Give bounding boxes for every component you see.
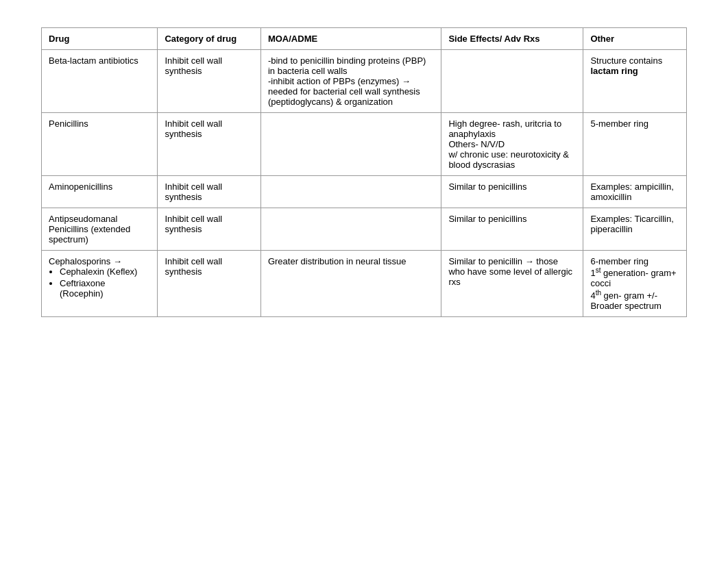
cell-other-antipseudomanal: Examples: Ticarcillin, piperacillin (583, 208, 687, 251)
table-row: Penicillins Inhibit cell wall synthesis … (42, 113, 687, 176)
side-ceph-arrow (522, 256, 534, 266)
side-ceph-text: Similar to penicillin those who have som… (448, 256, 572, 287)
drug-list: Cephalexin (Keflex) Ceftriaxone (Rocephi… (49, 266, 150, 299)
cell-drug-aminopenicillins: Aminopenicillins (42, 176, 158, 208)
other-ceph-line1: 6-member ring (590, 256, 648, 266)
header-category: Category of drug (158, 28, 261, 50)
side-text-3: w/ chronic use: neurotoxicity & blood dy… (448, 149, 569, 170)
superscript-st: st (596, 266, 601, 274)
cell-side-aminopenicillins: Similar to penicillins (441, 176, 583, 208)
cell-category-aminopenicillins: Inhibit cell wall synthesis (158, 176, 261, 208)
moa-text-2: -inhibit action of PBPs (enzymes) needed… (268, 76, 420, 107)
cell-moa-beta-lactam: -bind to penicillin binding proteins (PB… (260, 50, 441, 113)
cell-side-beta-lactam (441, 50, 583, 113)
other-text-bold: lactam ring (590, 66, 638, 76)
side-text-2: Others- N/V/D (448, 139, 505, 149)
list-item: Ceftriaxone (Rocephin) (60, 278, 150, 299)
cell-drug-penicillins: Penicillins (42, 113, 158, 176)
table-header-row: Drug Category of drug MOA/ADME Side Effe… (42, 28, 687, 50)
cell-drug-beta-lactam: Beta-lactam antibiotics (42, 50, 158, 113)
cell-other-aminopenicillins: Examples: ampicillin, amoxicillin (583, 176, 687, 208)
cell-side-penicillins: High degree- rash, uritcria to anaphylax… (441, 113, 583, 176)
cell-moa-antipseudomanal (260, 208, 441, 251)
cell-other-penicillins: 5-member ring (583, 113, 687, 176)
drug-prefix: Cephalosporins (49, 256, 110, 266)
cell-other-beta-lactam: Structure contains lactam ring (583, 50, 687, 113)
header-side-effects: Side Effects/ Adv Rxs (441, 28, 583, 50)
cell-category-beta-lactam: Inhibit cell wall synthesis (158, 50, 261, 113)
cell-drug-cephalosporins: Cephalosporins Cephalexin (Keflex) Ceftr… (42, 251, 158, 317)
cell-moa-cephalosporins: Greater distribution in neural tissue (260, 251, 441, 317)
other-text-prefix: Structure contains (590, 55, 662, 66)
page-wrapper: Drug Category of drug MOA/ADME Side Effe… (0, 0, 728, 345)
drug-table: Drug Category of drug MOA/ADME Side Effe… (41, 27, 687, 317)
side-text-1: High degree- rash, uritcria to anaphylax… (448, 118, 561, 139)
cell-category-cephalosporins: Inhibit cell wall synthesis (158, 251, 261, 317)
header-moa: MOA/ADME (260, 28, 441, 50)
arrow-icon (399, 76, 411, 86)
cell-category-antipseudomanal: Inhibit cell wall synthesis (158, 208, 261, 251)
other-ceph-line2: 1st generation- gram+ cocci (590, 268, 676, 288)
header-other: Other (583, 28, 687, 50)
table-row: Aminopenicillins Inhibit cell wall synth… (42, 176, 687, 208)
ceph-arrow-icon (110, 256, 122, 266)
cell-moa-aminopenicillins (260, 176, 441, 208)
other-ceph-line3: 4th gen- gram +/- Broader spectrum (590, 290, 661, 311)
header-drug: Drug (42, 28, 158, 50)
cell-side-antipseudomanal: Similar to penicillins (441, 208, 583, 251)
moa-text-1: -bind to penicillin binding proteins (PB… (268, 55, 426, 76)
superscript-th: th (596, 288, 601, 296)
table-row: Cephalosporins Cephalexin (Keflex) Ceftr… (42, 251, 687, 317)
cell-drug-antipseudomanal: Antipseudomanal Penicillins (extended sp… (42, 208, 158, 251)
cell-category-penicillins: Inhibit cell wall synthesis (158, 113, 261, 176)
table-row: Beta-lactam antibiotics Inhibit cell wal… (42, 50, 687, 113)
cell-other-cephalosporins: 6-member ring 1st generation- gram+ cocc… (583, 251, 687, 317)
list-item: Cephalexin (Keflex) (60, 266, 150, 277)
cell-side-cephalosporins: Similar to penicillin those who have som… (441, 251, 583, 317)
table-row: Antipseudomanal Penicillins (extended sp… (42, 208, 687, 251)
cell-moa-penicillins (260, 113, 441, 176)
